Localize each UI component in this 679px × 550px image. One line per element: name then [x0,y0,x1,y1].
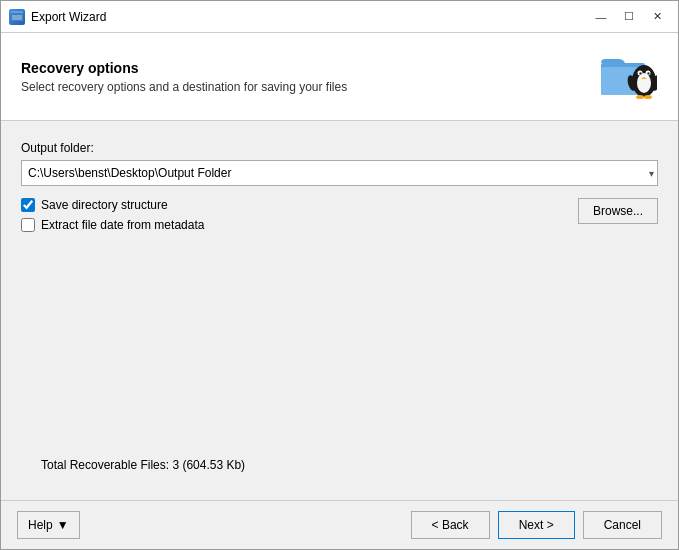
maximize-button[interactable]: ☐ [616,7,642,27]
footer-right: < Back Next > Cancel [411,511,662,539]
header-subtitle: Select recovery options and a destinatio… [21,80,598,94]
header-icon [598,49,658,104]
svg-point-13 [644,95,652,99]
browse-button[interactable]: Browse... [578,198,658,224]
header-text: Recovery options Select recovery options… [21,60,598,94]
svg-point-12 [636,95,644,99]
footer-left: Help ▼ [17,511,80,539]
save-directory-label: Save directory structure [41,198,168,212]
export-wizard-window: Export Wizard — ☐ ✕ Recovery options Sel… [0,0,679,550]
folder-row: ▾ [21,160,658,186]
save-directory-row[interactable]: Save directory structure [21,198,204,212]
status-bar: Total Recoverable Files: 3 (604.53 Kb) [21,450,658,480]
extract-date-checkbox[interactable] [21,218,35,232]
help-label: Help [28,518,53,532]
window-title: Export Wizard [31,10,588,24]
status-text: Total Recoverable Files: 3 (604.53 Kb) [41,458,245,472]
checkboxes: Save directory structure Extract file da… [21,198,204,232]
cancel-button[interactable]: Cancel [583,511,662,539]
svg-point-9 [639,72,641,74]
folder-input-wrapper: ▾ [21,160,658,186]
help-dropdown-icon: ▼ [57,518,69,532]
title-bar: Export Wizard — ☐ ✕ [1,1,678,33]
header-section: Recovery options Select recovery options… [1,33,678,121]
back-button[interactable]: < Back [411,511,490,539]
window-controls: — ☐ ✕ [588,7,670,27]
output-folder-label: Output folder: [21,141,658,155]
svg-point-10 [647,72,649,74]
folder-penguin-svg [599,51,657,103]
next-button[interactable]: Next > [498,511,575,539]
svg-rect-2 [12,15,22,20]
save-directory-checkbox[interactable] [21,198,35,212]
content-area: Output folder: ▾ Save directory structur… [1,121,678,500]
extract-date-row[interactable]: Extract file date from metadata [21,218,204,232]
extract-date-label: Extract file date from metadata [41,218,204,232]
svg-point-6 [637,73,651,93]
options-section: Save directory structure Extract file da… [21,198,658,232]
content-spacer [21,232,658,450]
help-button[interactable]: Help ▼ [17,511,80,539]
output-folder-input[interactable] [21,160,658,186]
footer: Help ▼ < Back Next > Cancel [1,500,678,549]
app-icon [9,9,25,25]
header-title: Recovery options [21,60,598,76]
close-button[interactable]: ✕ [644,7,670,27]
minimize-button[interactable]: — [588,7,614,27]
